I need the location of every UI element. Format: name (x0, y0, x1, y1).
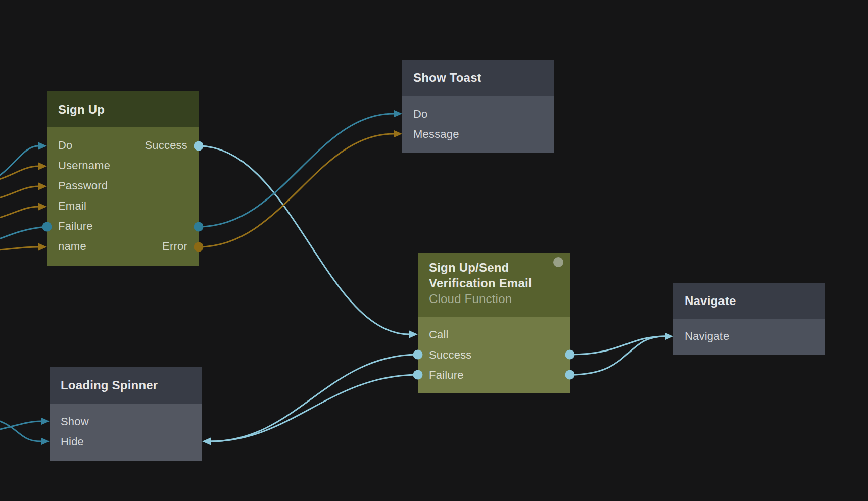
node-title: Show Toast (413, 71, 481, 85)
node-title: Sign Up/Send Verification Email (429, 260, 559, 291)
input-port-label: Do (58, 139, 73, 152)
node-cloud-function[interactable]: Sign Up/Send Verification Email Cloud Fu… (418, 253, 570, 393)
output-port-label: Error (162, 240, 187, 253)
node-header[interactable]: Sign Up (47, 91, 199, 127)
node-subtitle: Cloud Function (429, 291, 559, 307)
port-row-do[interactable]: Do (402, 104, 554, 124)
node-title: Loading Spinner (61, 378, 158, 392)
wire-into-spinner-show[interactable] (0, 421, 41, 432)
node-header[interactable]: Sign Up/Send Verification Email Cloud Fu… (418, 253, 570, 317)
wire-into-signup-email[interactable] (0, 207, 38, 221)
arrow-cloudfunction-call-input[interactable] (409, 331, 418, 338)
node-sign-up[interactable]: Sign Up Do Success Username Password Ema… (47, 91, 199, 266)
input-port-label: Email (58, 199, 86, 213)
arrow-showtoast-message-input[interactable] (394, 130, 402, 138)
port-row-call[interactable]: Call (418, 325, 570, 345)
arrow-spinner-hide-input-right[interactable] (202, 438, 211, 445)
port-row-do[interactable]: Do Success (47, 135, 199, 156)
node-title: Sign Up (58, 103, 105, 117)
arrow-showtoast-do-input[interactable] (394, 110, 402, 118)
input-port-label: Message (413, 128, 459, 141)
port-row-email[interactable]: Email (47, 196, 199, 216)
input-port-label: Password (58, 179, 108, 192)
output-port-label: Success (144, 139, 187, 152)
wire-signup-error-to-showtoast-message[interactable] (199, 134, 394, 247)
arrow-signup-name-input[interactable] (38, 243, 47, 251)
port-row-show[interactable]: Show (50, 412, 202, 432)
input-port-label: name (58, 240, 86, 253)
input-port-label: Call (429, 328, 449, 341)
input-port-label: Do (413, 108, 428, 121)
wire-cloudfunction-success-to-spinner-hide[interactable] (211, 355, 418, 441)
port-row-username[interactable]: Username (47, 156, 199, 176)
port-row-failure[interactable]: Failure (418, 365, 570, 385)
arrow-signup-password-input[interactable] (38, 183, 47, 190)
arrow-navigate-input[interactable] (665, 333, 673, 340)
arrow-spinner-show-input[interactable] (41, 418, 50, 425)
wire-into-signup-username[interactable] (0, 166, 38, 183)
wire-into-signup-name[interactable] (0, 247, 38, 251)
wire-cloudfunction-success-to-navigate[interactable] (570, 336, 665, 355)
node-body: Do Success Username Password Email Failu… (47, 127, 199, 266)
node-header[interactable]: Loading Spinner (50, 367, 202, 404)
port-row-name[interactable]: name Error (47, 236, 199, 257)
node-body: Do Message (402, 96, 554, 153)
wire-cloudfunction-failure-to-spinner-hide[interactable] (211, 375, 418, 441)
node-show-toast[interactable]: Show Toast Do Message (402, 60, 554, 153)
node-body: Navigate (673, 319, 825, 355)
arrow-spinner-hide-input-left[interactable] (41, 438, 50, 445)
output-port-label: Success (429, 348, 472, 362)
port-row-navigate[interactable]: Navigate (673, 326, 825, 346)
wire-into-spinner-hide[interactable] (0, 417, 41, 441)
wire-into-signup-do[interactable] (0, 146, 38, 182)
arrow-signup-do-input[interactable] (38, 142, 47, 150)
port-row-hide[interactable]: Hide (50, 432, 202, 452)
input-port-label: Hide (61, 435, 84, 448)
wire-signup-failure-to-showtoast-do[interactable] (199, 114, 394, 227)
node-graph-canvas[interactable]: Sign Up Do Success Username Password Ema… (0, 0, 868, 501)
node-title: Navigate (685, 294, 736, 308)
input-port-label: Show (61, 415, 89, 428)
arrow-signup-username-input[interactable] (38, 163, 47, 170)
input-port-label: Navigate (685, 330, 729, 343)
node-header[interactable]: Show Toast (402, 60, 554, 96)
node-body: Show Hide (50, 404, 202, 461)
node-navigate[interactable]: Navigate Navigate (673, 283, 825, 355)
port-row-failure[interactable]: Failure (47, 216, 199, 236)
wire-into-signup-password[interactable] (0, 186, 38, 201)
wire-signup-success-to-cloudfunction-call[interactable] (199, 146, 409, 334)
output-port-label: Failure (58, 220, 93, 233)
arrow-signup-email-input[interactable] (38, 203, 47, 211)
node-body: Call Success Failure (418, 317, 570, 393)
node-header[interactable]: Navigate (673, 283, 825, 319)
node-loading-spinner[interactable]: Loading Spinner Show Hide (50, 367, 202, 461)
input-port-label: Username (58, 159, 110, 172)
port-row-success[interactable]: Success (418, 345, 570, 365)
port-row-password[interactable]: Password (47, 176, 199, 196)
port-row-message[interactable]: Message (402, 124, 554, 144)
wire-cloudfunction-failure-to-navigate[interactable] (570, 336, 665, 375)
output-port-label: Failure (429, 369, 464, 382)
status-dot-icon (553, 257, 563, 267)
wire-signup-failure-offscreen-left[interactable] (0, 227, 47, 244)
